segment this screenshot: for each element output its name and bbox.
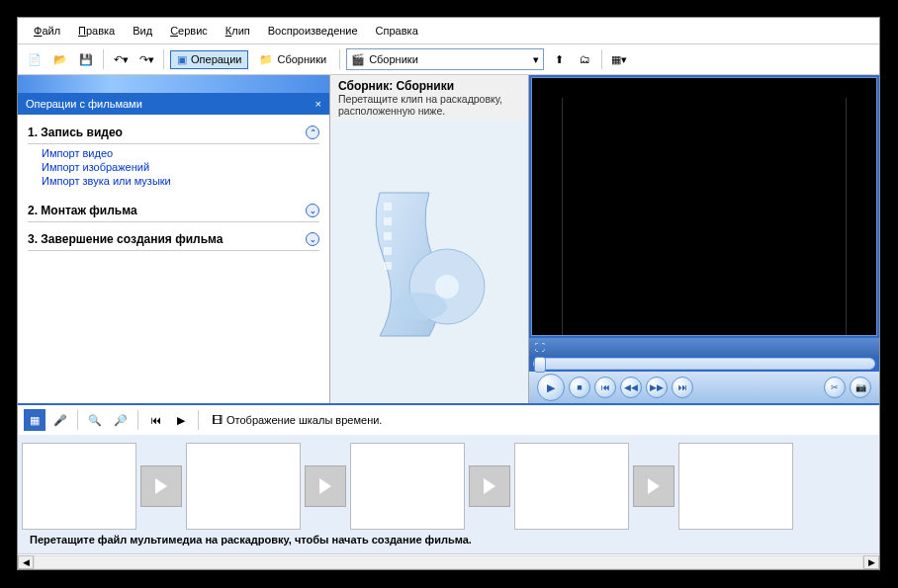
task-section-edit-head[interactable]: 2. Монтаж фильма ⌄ [28, 200, 319, 222]
task-section-capture-head[interactable]: 1. Запись видео ⌄ [28, 122, 319, 144]
import-video-link[interactable]: Импорт видео [42, 146, 319, 160]
svg-point-7 [392, 293, 447, 320]
tasks-header-strip [18, 75, 329, 93]
collection-header: Сборник: Сборники Перетащите клип на рас… [330, 75, 528, 121]
scroll-left-button[interactable]: ◀ [18, 555, 34, 569]
task-section-capture-links: Импорт видео Импорт изображений Импорт з… [28, 144, 319, 194]
svg-rect-1 [384, 217, 392, 225]
clip-slot[interactable] [22, 443, 136, 530]
menu-help[interactable]: Справка [368, 22, 426, 40]
zoom-in-button[interactable]: 🔍 [84, 409, 106, 431]
switch-view-button[interactable]: 🎞 Отображение шкалы времени. [205, 411, 389, 429]
close-tasks-button[interactable]: × [315, 98, 321, 110]
app-window: Файл Правка Вид Сервис Клип Воспроизведе… [17, 17, 880, 570]
separator [198, 410, 199, 430]
stop-button[interactable]: ■ [569, 377, 590, 398]
split-button[interactable]: ✂ [824, 377, 846, 398]
play-button[interactable]: ▶ [537, 374, 565, 401]
storyboard-track [22, 443, 875, 530]
clip-slot[interactable] [186, 443, 301, 530]
menu-file[interactable]: Файл [26, 22, 68, 40]
prev-button[interactable]: ⏮ [594, 377, 616, 398]
tasks-title-text: Операции с фильмами [26, 98, 142, 110]
separator [137, 410, 138, 430]
menu-edit[interactable]: Правка [70, 22, 123, 40]
location-combo[interactable]: 🎬 Сборники ▾ [346, 48, 544, 70]
menu-clip[interactable]: Клип [218, 22, 258, 40]
collections-toggle-button[interactable]: 📁 Сборники [252, 50, 333, 69]
horizontal-scrollbar[interactable]: ◀ ▶ [18, 553, 879, 569]
separator [163, 49, 164, 69]
timeline-toolbar: ▦ 🎤 🔍 🔎 ⏮ ▶ 🎞 Отображение шкалы времени. [18, 405, 879, 435]
playback-controls: ▶ ■ ⏮ ◀◀ ▶▶ ⏭ ✂ 📷 [529, 372, 879, 403]
separator [601, 49, 602, 69]
scroll-right-button[interactable]: ▶ [863, 555, 879, 569]
collection-placeholder-art [330, 121, 528, 403]
import-audio-link[interactable]: Импорт звука или музыки [42, 174, 319, 188]
tasks-panel: Операции с фильмами × 1. Запись видео ⌄ … [18, 75, 329, 403]
snapshot-button[interactable]: 📷 [850, 377, 871, 398]
transition-slot[interactable] [469, 465, 510, 507]
up-level-button[interactable]: ⬆ [548, 48, 570, 70]
scroll-track[interactable] [34, 555, 863, 569]
collection-title: Сборник: Сборники [338, 79, 520, 93]
timeline-area: ▦ 🎤 🔍 🔎 ⏮ ▶ 🎞 Отображение шкалы времени. [18, 405, 879, 569]
film-reel-icon [360, 183, 498, 341]
location-value: Сборники [365, 53, 533, 65]
storyboard-hint: Перетащите файл мультимедиа на раскадров… [22, 530, 875, 546]
open-file-button[interactable]: 📂 [49, 48, 71, 70]
rewind-button[interactable]: ◀◀ [620, 377, 642, 398]
save-button[interactable]: 💾 [75, 48, 97, 70]
main-area: Операции с фильмами × 1. Запись видео ⌄ … [18, 75, 879, 405]
storyboard[interactable]: Перетащите файл мультимедиа на раскадров… [18, 435, 879, 553]
menu-play[interactable]: Воспроизведение [260, 22, 366, 40]
menu-tools[interactable]: Сервис [162, 22, 216, 40]
new-file-button[interactable]: 📄 [24, 48, 45, 70]
undo-button[interactable]: ↶▾ [110, 48, 132, 70]
timeline-view-button[interactable]: ▦ [24, 409, 45, 431]
folder-tree-button[interactable]: 🗂 [574, 48, 595, 70]
svg-rect-2 [384, 232, 392, 240]
next-button[interactable]: ⏭ [672, 377, 693, 398]
separator [103, 49, 104, 69]
seek-bar[interactable] [533, 358, 875, 370]
preview-panel: ⛶ ▶ ■ ⏮ ◀◀ ▶▶ ⏭ ✂ 📷 [529, 75, 879, 403]
narrate-button[interactable]: 🎤 [49, 409, 71, 431]
separator [339, 49, 340, 69]
transition-slot[interactable] [305, 465, 346, 507]
tasks-body: 1. Запись видео ⌄ Импорт видео Импорт из… [18, 115, 329, 403]
svg-rect-0 [384, 203, 392, 210]
menu-bar: Файл Правка Вид Сервис Клип Воспроизведе… [18, 18, 879, 44]
chevron-up-icon: ⌄ [306, 126, 319, 139]
task-section-finish: 3. Завершение создания фильма ⌄ [18, 225, 329, 254]
collection-subtitle: Перетащите клип на раскадровку, располож… [338, 93, 520, 117]
svg-rect-4 [384, 262, 392, 270]
play-timeline-button[interactable]: ▶ [170, 409, 192, 431]
tasks-toggle-button[interactable]: ▣ Операции [170, 50, 248, 69]
chevron-down-icon: ▾ [533, 53, 539, 66]
rewind-timeline-button[interactable]: ⏮ [144, 409, 166, 431]
menu-view[interactable]: Вид [125, 22, 160, 40]
zoom-out-button[interactable]: 🔎 [110, 409, 132, 431]
separator [77, 410, 78, 430]
clip-slot[interactable] [678, 443, 793, 530]
folder-icon: 📁 [259, 53, 273, 66]
task-section-edit: 2. Монтаж фильма ⌄ [18, 197, 329, 225]
forward-button[interactable]: ▶▶ [646, 377, 668, 398]
collection-panel: Сборник: Сборники Перетащите клип на рас… [329, 75, 529, 403]
preview-screen [531, 77, 877, 336]
clip-slot[interactable] [514, 443, 629, 530]
import-images-link[interactable]: Импорт изображений [42, 160, 319, 174]
timeline-icon: 🎞 [212, 414, 223, 426]
chevron-down-icon: ⌄ [306, 204, 319, 217]
redo-button[interactable]: ↷▾ [135, 48, 157, 70]
toolbar: 📄 📂 💾 ↶▾ ↷▾ ▣ Операции 📁 Сборники 🎬 Сбор… [18, 44, 879, 75]
transition-slot[interactable] [633, 465, 674, 507]
views-button[interactable]: ▦▾ [608, 48, 630, 70]
transition-slot[interactable] [140, 465, 182, 507]
fullscreen-icon[interactable]: ⛶ [535, 342, 545, 353]
task-section-finish-head[interactable]: 3. Завершение создания фильма ⌄ [28, 228, 319, 251]
clip-slot[interactable] [350, 443, 465, 530]
svg-rect-3 [384, 247, 392, 255]
chevron-down-icon: ⌄ [306, 232, 319, 246]
